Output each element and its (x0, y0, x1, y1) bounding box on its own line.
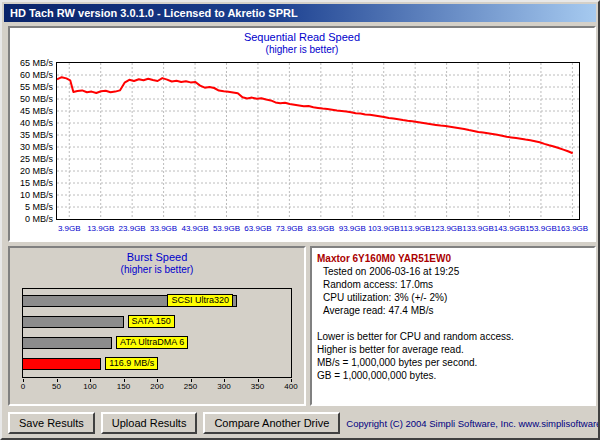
y-axis-tick-label: 60 MB/s (12, 70, 53, 80)
x-axis-tick-label: 163.9GB (550, 224, 594, 233)
burst-bar-label: SATA 150 (128, 315, 175, 328)
burst-bar-chart: SCSI Ultra320SATA 150ATA UltraDMA 6116.9… (22, 288, 292, 378)
y-axis-tick-label: 25 MB/s (12, 154, 53, 164)
y-axis-tick-label: 40 MB/s (12, 118, 53, 128)
sequential-read-panel: Sequential Read Speed (higher is better)… (8, 26, 596, 242)
x-axis-tick-label: 50 (42, 382, 72, 391)
burst-bar-label: 116.9 MB/s (105, 357, 158, 370)
x-axis-tick-label: 350 (243, 382, 273, 391)
copyright-text: Copyright (C) 2004 Simpli Software, Inc.… (346, 418, 600, 429)
x-axis-tick-label: 400 (276, 382, 306, 391)
burst-chart-subtitle: (higher is better) (10, 264, 304, 275)
y-axis-tick-label: 65 MB/s (12, 58, 53, 68)
info-spacer (317, 317, 589, 330)
burst-bar (23, 358, 101, 370)
x-axis-tick-label: 0 (8, 382, 38, 391)
y-axis-tick-label: 20 MB/s (12, 166, 53, 176)
sequential-chart-title: Sequential Read Speed (10, 31, 594, 43)
burst-speed-panel: Burst Speed (higher is better) SCSI Ultr… (8, 246, 306, 406)
burst-bar (23, 316, 124, 328)
sequential-read-plot (56, 62, 580, 220)
info-detail-line: Tested on 2006-03-16 at 19:25 (317, 265, 589, 278)
x-axis-tick-label: 200 (142, 382, 172, 391)
x-axis-tick-label: 150 (109, 382, 139, 391)
info-note-line: Higher is better for average read. (317, 343, 589, 356)
burst-bar (23, 337, 112, 349)
y-axis-tick-label: 50 MB/s (12, 94, 53, 104)
burst-bar-label: ATA UltraDMA 6 (116, 336, 188, 349)
info-notes: Lower is better for CPU and random acces… (317, 330, 589, 382)
info-detail-line: Average read: 47.4 MB/s (317, 304, 589, 317)
y-axis-tick-label: 5 MB/s (12, 202, 53, 212)
y-axis-tick-label: 30 MB/s (12, 142, 53, 152)
drive-info-panel: Maxtor 6Y160M0 YAR51EW0 Tested on 2006-0… (310, 246, 596, 406)
info-detail-line: Random access: 17.0ms (317, 278, 589, 291)
x-axis-tick-label: 250 (176, 382, 206, 391)
title-bar[interactable]: HD Tach RW version 3.0.1.0 - Licensed to… (4, 4, 596, 22)
y-axis-tick-label: 45 MB/s (12, 106, 53, 116)
window-title: HD Tach RW version 3.0.1.0 - Licensed to… (10, 7, 298, 19)
y-axis-tick-label: 10 MB/s (12, 190, 53, 200)
test-results: Tested on 2006-03-16 at 19:25Random acce… (317, 265, 589, 317)
y-axis-tick-label: 35 MB/s (12, 130, 53, 140)
x-axis-tick-label: 300 (209, 382, 239, 391)
info-note-line: MB/s = 1,000,000 bytes per second. (317, 356, 589, 369)
info-note-line: GB = 1,000,000,000 bytes. (317, 369, 589, 382)
save-results-button[interactable]: Save Results (8, 412, 95, 434)
app-window: HD Tach RW version 3.0.1.0 - Licensed to… (0, 0, 600, 440)
compare-another-drive-button[interactable]: Compare Another Drive (203, 412, 340, 434)
burst-chart-title: Burst Speed (10, 251, 304, 263)
footer-bar: Save Results Upload Results Compare Anot… (8, 410, 596, 436)
info-note-line: Lower is better for CPU and random acces… (317, 330, 589, 343)
y-axis-tick-label: 0 MB/s (12, 214, 53, 224)
sequential-chart-subtitle: (higher is better) (10, 44, 594, 55)
y-axis-tick-label: 15 MB/s (12, 178, 53, 188)
sequential-read-line-chart (57, 63, 579, 219)
drive-model: Maxtor 6Y160M0 YAR51EW0 (317, 252, 589, 265)
burst-bar-label: SCSI Ultra320 (167, 294, 233, 307)
info-detail-line: CPU utilization: 3% (+/- 2%) (317, 291, 589, 304)
x-axis-tick-label: 100 (75, 382, 105, 391)
upload-results-button[interactable]: Upload Results (101, 412, 198, 434)
y-axis-tick-label: 55 MB/s (12, 82, 53, 92)
